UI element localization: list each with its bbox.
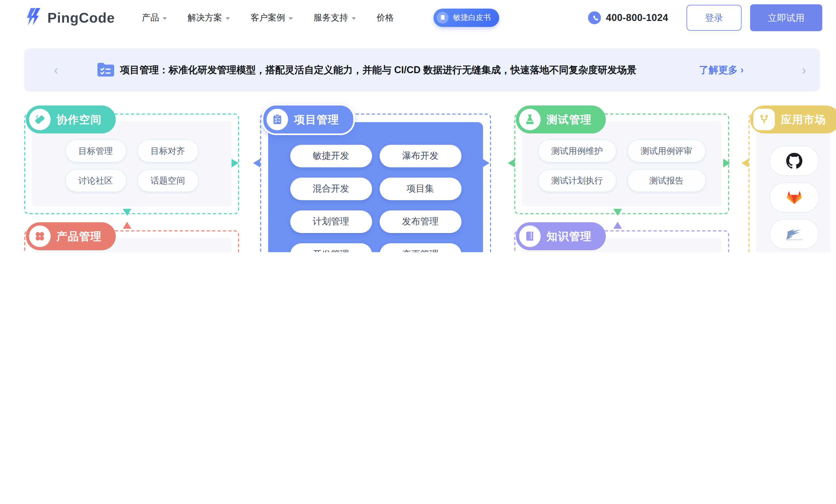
chevron-down-icon (352, 17, 356, 20)
book-icon (519, 226, 540, 247)
feature-chip: 测试计划执行 (538, 169, 616, 192)
pingcode-landing-page: PingCode 产品 解决方案 客户案例 服务支持 价格 敏捷白皮书 (0, 0, 836, 252)
feature-chip: 项目集 (379, 178, 461, 200)
feature-chip: 目标管理 (65, 139, 126, 162)
chevron-down-icon (163, 17, 167, 20)
flow-arrow (723, 159, 730, 167)
top-navbar: PingCode 产品 解决方案 客户案例 服务支持 价格 敏捷白皮书 (0, 0, 836, 36)
nav-item-solutions[interactable]: 解决方案 (188, 12, 230, 23)
feature-chip: 测试用例维护 (538, 139, 616, 162)
app-gitlab (770, 182, 819, 213)
flow-arrow (253, 159, 260, 167)
app-subversion: SUBVERSION (770, 219, 819, 249)
feature-chip: 发布管理 (379, 210, 461, 233)
main-menu: 产品 解决方案 客户案例 服务支持 价格 敏捷白皮书 (142, 8, 499, 27)
nav-item-pricing[interactable]: 价格 (377, 12, 394, 23)
nav-item-product[interactable]: 产品 (142, 12, 167, 23)
nav-right-group: 400-800-1024 登录 立即试用 (588, 4, 822, 31)
feature-chip: 瀑布开发 (379, 145, 461, 167)
app-github (770, 146, 819, 176)
banner-text: 项目管理：标准化研发管理模型，搭配灵活自定义能力，并能与 CI/CD 数据进行无… (120, 63, 636, 76)
announcement-banner: ‹ 项目管理：标准化研发管理模型，搭配灵活自定义能力，并能与 CI/CD 数据进… (24, 49, 820, 92)
phone-icon (588, 11, 601, 24)
feature-chip: 目标对齐 (137, 139, 198, 162)
agile-whitepaper-badge[interactable]: 敏捷白皮书 (434, 8, 499, 27)
flow-arrow (231, 159, 239, 167)
section-pill-knowledge: 知识管理 (516, 222, 606, 250)
pingcode-logo-icon (24, 7, 42, 28)
project-folder-icon (96, 61, 116, 80)
chevron-down-icon (289, 17, 293, 20)
banner-prev-arrow-icon[interactable]: ‹ (54, 62, 58, 77)
clipboard-checklist-icon (267, 109, 288, 130)
feature-chip: 计划管理 (290, 210, 372, 233)
flow-arrow (508, 159, 515, 167)
brand-name: PingCode (48, 9, 115, 26)
section-pill-product: 产品管理 (26, 222, 116, 250)
clover-icon (29, 226, 51, 247)
flow-arrow (613, 209, 622, 216)
try-now-button[interactable]: 立即试用 (750, 4, 822, 31)
banner-next-arrow-icon[interactable]: › (802, 62, 806, 77)
phone-contact[interactable]: 400-800-1024 (588, 11, 668, 24)
handshake-icon (29, 109, 51, 130)
section-pill-collab: 协作空间 (26, 105, 116, 134)
feature-chip: 变更管理 (379, 243, 461, 252)
banner-learn-more-link[interactable]: 了解更多 › (699, 63, 744, 76)
flow-arrow (482, 159, 490, 167)
flow-arrow (123, 222, 131, 229)
pingcode-logo[interactable]: PingCode (24, 7, 115, 28)
subversion-icon: SUBVERSION (786, 227, 803, 241)
svg-text:SUBVERSION: SUBVERSION (786, 239, 803, 240)
feature-chip: 测试用例评审 (627, 139, 706, 162)
flow-arrow (741, 159, 748, 167)
feature-chip: 讨论社区 (65, 169, 126, 192)
flow-arrow (613, 222, 622, 229)
phone-number: 400-800-1024 (606, 12, 668, 23)
section-pill-market: 应用市场 (750, 105, 836, 134)
feature-chip: 话题空间 (137, 169, 198, 192)
nav-item-cases[interactable]: 客户案例 (251, 12, 293, 23)
flow-arrow (123, 209, 131, 216)
gitlab-icon (786, 190, 802, 205)
feature-chip: 开发管理 (290, 243, 372, 252)
section-pill-test: 测试管理 (516, 105, 606, 134)
git-branch-icon (753, 109, 775, 130)
section-pill-project: 项目管理 (262, 104, 355, 135)
login-button[interactable]: 登录 (687, 5, 741, 31)
feature-chip: 混合开发 (290, 178, 372, 200)
github-icon (786, 153, 802, 169)
chevron-down-icon (226, 17, 230, 20)
section-app-market: SUBVERSION (748, 114, 836, 252)
nav-item-support[interactable]: 服务支持 (314, 12, 356, 23)
feature-chip: 测试报告 (627, 169, 706, 192)
book-icon (437, 12, 449, 24)
feature-chip: 敏捷开发 (290, 145, 372, 167)
flask-icon (519, 109, 540, 130)
